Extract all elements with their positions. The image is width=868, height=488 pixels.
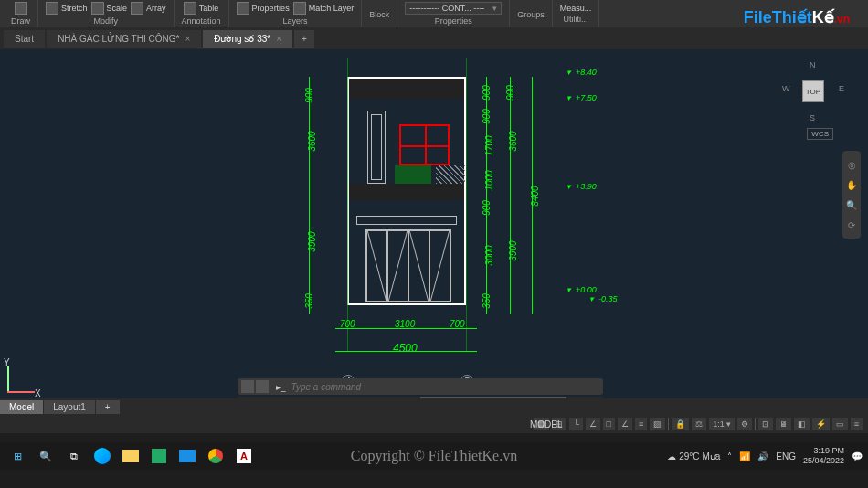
array-label: Array: [146, 4, 166, 13]
clean-icon[interactable]: ▭: [832, 418, 848, 430]
layout-tab-model[interactable]: Model: [0, 400, 43, 414]
viewcube-top-face[interactable]: TOP: [802, 80, 824, 102]
tab-close-icon[interactable]: ×: [276, 34, 281, 44]
table-button[interactable]: Table: [184, 2, 219, 15]
dim-v900d: 900: [482, 200, 492, 216]
layout-tab-layout1[interactable]: Layout1: [44, 400, 95, 414]
match-layer-label: Match Layer: [309, 4, 355, 13]
tab-drawing-2[interactable]: Đường số 33*×: [203, 30, 292, 48]
array-button[interactable]: Array: [131, 2, 166, 15]
floor-slab: [349, 184, 464, 200]
transparency-toggle[interactable]: ▨: [650, 418, 665, 430]
layout-tab-new[interactable]: +: [96, 400, 120, 414]
drawing-canvas[interactable]: 700 3100 700 4500 900 3600 3900 350 900 …: [0, 49, 868, 402]
panel-modify: Stretch Scale Array Modify: [38, 0, 175, 27]
scale-combo[interactable]: 1:1 ▾: [709, 418, 735, 430]
panel-groups: Groups: [510, 0, 553, 27]
dim-v1700: 1700: [484, 135, 494, 155]
customize-icon[interactable]: ≡: [851, 418, 863, 430]
cmd-recent-icon[interactable]: [256, 380, 269, 393]
layout-tabs: Model Layout1 +: [0, 398, 868, 415]
dim-3100: 3100: [395, 319, 415, 329]
command-line[interactable]: ▸_: [238, 378, 603, 395]
panel-utilities-label: Utiliti...: [563, 15, 587, 24]
hardware-icon[interactable]: ⚡: [812, 418, 830, 430]
scale-button[interactable]: Scale: [91, 2, 128, 15]
dim-v900-o: 900: [505, 85, 515, 101]
panel-layers: Properties Match Layer Layers: [229, 0, 363, 27]
viewcube-s[interactable]: S: [810, 113, 815, 122]
otrack-toggle[interactable]: ∠: [618, 418, 632, 430]
measure-button[interactable]: Measu...: [560, 4, 592, 13]
stretch-label: Stretch: [61, 4, 88, 13]
tab-drawing-1[interactable]: NHÀ GÁC LỬNG THI CÔNG*×: [47, 30, 201, 48]
status-bar: MODEL ▦ ⊞ └ ∠ □ ∠ ≡ ▨ 🔒 ⚖ 1:1 ▾ ⚙ ⊡ 🖥 ◧ …: [0, 415, 868, 433]
viewcube[interactable]: TOP N S E W: [786, 64, 841, 119]
dim-col-left: [309, 77, 310, 314]
stretch-button[interactable]: Stretch: [46, 2, 88, 15]
tab-new-button[interactable]: +: [294, 30, 314, 48]
cmd-close-icon[interactable]: [241, 380, 254, 393]
logo-p3: Kế: [812, 8, 834, 27]
command-input[interactable]: [286, 382, 603, 392]
anno-scale-btn[interactable]: ⚖: [692, 418, 706, 430]
copyright-text: Copyright © FileThietKe.vn: [0, 448, 868, 464]
panel-groups-label: Groups: [517, 10, 545, 19]
beam-header: [356, 216, 457, 225]
logo-p1: File: [744, 8, 772, 27]
dim-col-r2: [510, 77, 511, 314]
isolate-icon[interactable]: ◧: [794, 418, 810, 430]
tab-start[interactable]: Start: [4, 30, 45, 48]
ortho-toggle[interactable]: └: [569, 418, 582, 430]
nav-wheel-icon[interactable]: ◎: [842, 154, 861, 175]
level-750: +7.50: [576, 93, 597, 102]
status-model-label[interactable]: MODEL: [530, 419, 563, 430]
logo-p2: Thiết: [772, 8, 812, 27]
nav-zoom-icon[interactable]: 🔍: [842, 195, 861, 215]
lineweight-toggle[interactable]: ≡: [635, 418, 647, 430]
tab-start-label: Start: [15, 34, 34, 44]
ribbon: Draw Stretch Scale Array Modify Table An…: [0, 0, 868, 27]
dim-v3600b: 3600: [508, 131, 518, 151]
workspace-icon[interactable]: ⊡: [758, 418, 773, 430]
viewcube-n[interactable]: N: [810, 60, 816, 69]
wcs-dropdown[interactable]: WCS: [807, 128, 833, 140]
draw-icon[interactable]: [15, 2, 27, 15]
panel-annotation: Table Annotation: [175, 0, 229, 27]
measure-label: Measu...: [560, 4, 592, 13]
drawing-tabs: Start NHÀ GÁC LỬNG THI CÔNG*× Đường số 3…: [0, 27, 868, 49]
level-390: +3.90: [576, 182, 597, 191]
layer-properties-button[interactable]: Properties: [237, 2, 290, 15]
dim-v900a: 900: [304, 88, 314, 103]
annotation-scale-icon[interactable]: 🔒: [672, 418, 689, 430]
dim-v350: 350: [304, 293, 314, 309]
tab-close-icon[interactable]: ×: [185, 34, 190, 44]
monitor-icon[interactable]: 🖥: [776, 418, 791, 430]
nav-pan-icon[interactable]: ✋: [842, 175, 861, 195]
gear-icon[interactable]: ⚙: [737, 418, 752, 430]
window-red: [399, 124, 450, 165]
layer-properties-label: Properties: [252, 4, 290, 13]
panel-properties-label: Properties: [435, 16, 472, 26]
match-layer-button[interactable]: Match Layer: [293, 2, 355, 15]
level-035: -0.35: [598, 294, 618, 303]
layer-combo[interactable]: ----------- CONT... ----: [405, 2, 502, 15]
polar-toggle[interactable]: ∠: [586, 418, 600, 430]
dim-v3000: 3000: [484, 245, 494, 265]
ucs-icon[interactable]: Y X: [4, 360, 40, 397]
level-840: +8.40: [576, 68, 597, 77]
logo-p4: .vn: [834, 13, 850, 26]
level-000: +0.00: [576, 285, 597, 294]
dim-v8400: 8400: [530, 186, 540, 206]
dim-v3600: 3600: [307, 131, 317, 151]
layer-properties-icon: [237, 2, 249, 15]
table-label: Table: [199, 4, 219, 13]
viewcube-w[interactable]: W: [782, 84, 790, 93]
dim-700b: 700: [450, 319, 465, 329]
osnap-toggle[interactable]: □: [603, 418, 615, 430]
grid-line-b: [466, 58, 467, 351]
scale-label: Scale: [107, 4, 128, 13]
nav-orbit-icon[interactable]: ⟳: [842, 215, 861, 235]
grid-line-a: [347, 58, 348, 351]
viewcube-e[interactable]: E: [839, 84, 844, 93]
